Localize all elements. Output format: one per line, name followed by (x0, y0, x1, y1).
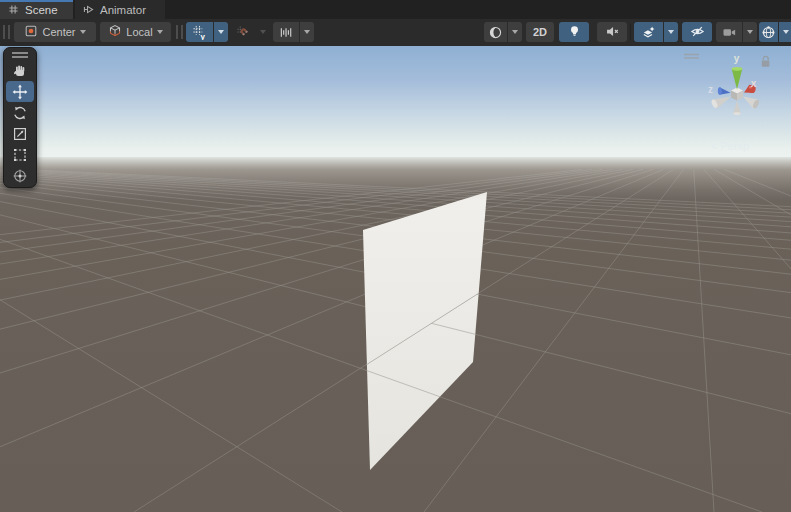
scene-toolbar: Center Local y (0, 19, 791, 46)
pivot-center-icon (24, 24, 38, 40)
audio-toggle[interactable] (597, 22, 627, 42)
chevron-down-icon (157, 30, 163, 34)
axis-label-x[interactable]: x (751, 78, 757, 89)
tool-move[interactable] (6, 81, 34, 102)
axis-label-z[interactable]: z (708, 84, 713, 95)
grid-axis-letter: y (200, 31, 205, 39)
tool-palette (3, 47, 37, 188)
chevron-down-icon (668, 30, 674, 34)
light-bulb-icon (567, 24, 582, 41)
grid-options-dropdown[interactable] (214, 22, 228, 42)
camera-icon[interactable] (716, 22, 742, 42)
gizmo-axis-y[interactable] (732, 67, 743, 90)
mode-2d-label: 2D (533, 26, 547, 38)
lock-icon[interactable] (762, 56, 770, 67)
eye-slash-icon (690, 24, 705, 41)
increment-snap-dropdown[interactable] (300, 22, 314, 42)
audio-muted-icon (605, 24, 620, 41)
tab-animator[interactable]: Animator (75, 0, 165, 19)
horizon-haze (0, 140, 791, 200)
toolbar-drag-handle[interactable] (3, 25, 10, 39)
gizmos-dropdown[interactable] (779, 22, 791, 42)
orientation-button[interactable]: Local (100, 22, 171, 42)
draw-mode-button[interactable] (484, 22, 522, 42)
snap-options-dropdown[interactable] (256, 22, 270, 42)
move-icon (12, 84, 28, 100)
orientation-label: Local (125, 26, 153, 38)
rect-tool-icon (12, 147, 28, 163)
chevron-down-icon (747, 30, 753, 34)
animator-icon (82, 3, 95, 16)
effects-dropdown[interactable] (664, 22, 678, 42)
pivot-mode-label: Center (41, 26, 76, 38)
chevron-down-icon (260, 30, 266, 34)
projection-mode-label[interactable]: < Persp (711, 140, 749, 152)
scene-viewport[interactable] (0, 46, 791, 512)
camera-menu-button[interactable] (716, 22, 757, 42)
increment-snap-icon[interactable] (273, 22, 299, 42)
toolbar-separator (630, 24, 631, 40)
scale-icon (12, 126, 28, 142)
rotate-icon (12, 105, 28, 121)
lighting-toggle[interactable] (559, 22, 589, 42)
increment-snap-button[interactable] (273, 22, 314, 42)
tool-scale[interactable] (6, 123, 34, 144)
pivot-mode-button[interactable]: Center (14, 22, 96, 42)
chevron-down-icon (783, 30, 789, 34)
toolbar-drag-handle[interactable] (176, 25, 183, 39)
chevron-down-icon (80, 30, 86, 34)
tool-rect[interactable] (6, 144, 34, 165)
grid-snap-toggle[interactable] (231, 22, 270, 42)
draw-mode-dropdown[interactable] (508, 22, 522, 42)
chevron-down-icon (512, 30, 518, 34)
gizmos-menu-button[interactable] (759, 22, 791, 42)
axis-label-y[interactable]: y (734, 53, 740, 64)
tab-animator-label: Animator (100, 4, 146, 16)
chevron-down-icon (304, 30, 310, 34)
gizmo-axis-z[interactable] (718, 87, 731, 95)
shaded-sphere-icon[interactable] (484, 22, 507, 42)
grid-tab-icon (7, 3, 20, 16)
hidden-objects-toggle[interactable] (682, 22, 712, 42)
tool-rotate[interactable] (6, 102, 34, 123)
gizmo-drag-handle[interactable] (684, 55, 699, 59)
effects-toggle[interactable] (634, 22, 678, 42)
unity-scene-window: Scene Animator Center Local (0, 0, 791, 512)
orientation-gizmo[interactable]: y x z < Persp (680, 48, 791, 154)
mode-2d-toggle[interactable]: 2D (526, 22, 554, 42)
tab-scene[interactable]: Scene (0, 0, 73, 19)
tab-bar: Scene Animator (0, 0, 791, 19)
palette-drag-handle[interactable] (12, 52, 28, 58)
hand-icon (12, 63, 28, 79)
camera-dropdown[interactable] (743, 22, 757, 42)
transform-tool-icon (12, 168, 28, 184)
effects-icon[interactable] (634, 22, 663, 42)
chevron-down-icon (218, 30, 224, 34)
grid-y-icon[interactable]: y (186, 22, 213, 42)
tool-transform[interactable] (6, 165, 34, 186)
gizmos-sphere-icon[interactable] (759, 22, 778, 42)
local-cube-icon (108, 24, 122, 40)
grid-visibility-toggle[interactable]: y (186, 22, 228, 42)
tab-scene-label: Scene (25, 4, 58, 16)
magnet-icon[interactable] (231, 22, 255, 42)
tool-hand[interactable] (6, 60, 34, 81)
